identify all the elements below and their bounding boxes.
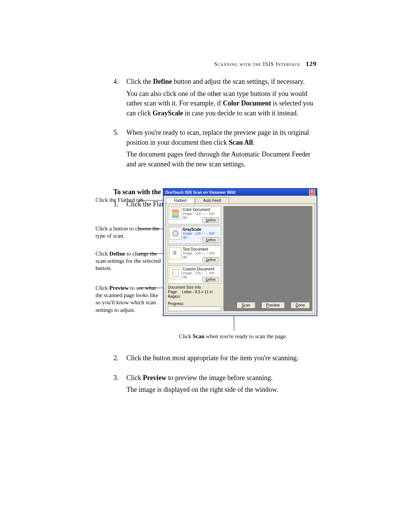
list-number: 5. bbox=[113, 128, 126, 147]
dsi-heading: Document Size Info bbox=[168, 285, 221, 289]
dialog-button-row: Scan Preview Done bbox=[237, 302, 310, 308]
progress-label: Progress: bbox=[168, 302, 221, 306]
callout-flatbed-tab: Click the Flatbed tab. bbox=[96, 197, 162, 204]
callout-preview: Click Preview to see what the scanned pa… bbox=[96, 284, 162, 314]
scan-option-title: Color Document bbox=[183, 208, 218, 212]
scan-option-text[interactable]: Text DocumentImage : 128 / ---, 300 dpiD… bbox=[168, 246, 221, 264]
color-icon bbox=[169, 208, 182, 220]
gray-icon bbox=[169, 227, 182, 240]
dsi-region-label: Region: bbox=[168, 294, 181, 299]
text-icon bbox=[169, 247, 182, 259]
define-button[interactable]: Define bbox=[202, 237, 219, 243]
list-item: 5.When you're ready to scan, replace the… bbox=[113, 128, 317, 147]
document-size-info: Document Size Info Page: Letter - 8.5 x … bbox=[168, 285, 221, 299]
tab-autofeed[interactable]: Auto Feed bbox=[195, 197, 229, 203]
scan-options-column: Color DocumentImage : 128 / ---, 300 dpi… bbox=[168, 206, 221, 311]
callout-define: Click Define to change the scan settings… bbox=[96, 250, 162, 272]
scan-option-gray[interactable]: GrayScaleImage : 128 / ---, 300 dpiDefin… bbox=[168, 226, 221, 244]
steps-bottom-container: 2.Click the button most appropriate for … bbox=[113, 353, 317, 405]
tab-panel: Color DocumentImage : 128 / ---, 300 dpi… bbox=[165, 203, 315, 314]
list-item: 3.Click Preview to preview the image bef… bbox=[113, 373, 317, 383]
list-number: 4. bbox=[113, 77, 126, 87]
list-paragraph: The document pages feed through the Auto… bbox=[126, 150, 317, 169]
close-icon[interactable]: × bbox=[309, 189, 315, 195]
section-title: Scanning with the ISIS Interface bbox=[214, 61, 300, 67]
define-button[interactable]: Define bbox=[202, 257, 219, 262]
list-paragraph: The image is displayed on the right side… bbox=[126, 385, 317, 395]
scan-option-custom[interactable]: Custom DocumentImage : 128 / ---, 300 dp… bbox=[168, 265, 221, 284]
progress-bar bbox=[168, 307, 221, 311]
document-page: { "header": {"section": "Scanning with t… bbox=[0, 0, 411, 532]
figure-scan-dialog: Click the Flatbed tab. Click a button to… bbox=[96, 188, 317, 344]
list-text: Click the Define button and adjust the s… bbox=[126, 77, 317, 87]
custom-icon bbox=[169, 267, 182, 279]
dsi-page-value: Letter - 8.5 x 11 in bbox=[182, 290, 213, 294]
tab-flatbed[interactable]: Flatbed bbox=[166, 197, 194, 203]
list-item: 4.Click the Define button and adjust the… bbox=[113, 77, 317, 87]
done-button[interactable]: Done bbox=[291, 302, 310, 308]
dialog-titlebar[interactable]: OneTouch ISIS Scan on Visioneer 9650 × bbox=[164, 189, 317, 196]
callout-choose-button: Click a button to choose the type of sca… bbox=[96, 225, 162, 240]
list-paragraph: You can also click one of the other scan… bbox=[126, 89, 317, 118]
preview-button[interactable]: Preview bbox=[261, 302, 285, 308]
list-number: 3. bbox=[113, 373, 126, 383]
scan-option-title: Text Document bbox=[183, 247, 218, 251]
progress-section: Progress: bbox=[168, 302, 221, 311]
done-button-rest: one bbox=[298, 303, 305, 307]
caption-click-scan: Click Scan when you're ready to scan the… bbox=[179, 333, 287, 340]
dsi-page-label: Page: bbox=[168, 290, 178, 294]
list-number: 2. bbox=[113, 353, 126, 363]
page-header: Scanning with the ISIS Interface 129 bbox=[214, 60, 317, 68]
preview-area: Scan Preview Done bbox=[223, 206, 312, 311]
scan-button[interactable]: Scan bbox=[237, 302, 255, 308]
page-number: 129 bbox=[306, 60, 317, 67]
list-text: Click the button most appropriate for th… bbox=[126, 353, 317, 363]
scan-dialog: OneTouch ISIS Scan on Visioneer 9650 × F… bbox=[163, 188, 317, 316]
define-button[interactable]: Define bbox=[202, 217, 219, 223]
scan-option-title: Custom Document bbox=[183, 267, 218, 271]
list-item: 2.Click the button most appropriate for … bbox=[113, 353, 317, 363]
scan-option-color[interactable]: Color DocumentImage : 128 / ---, 300 dpi… bbox=[168, 206, 221, 224]
scan-button-rest: can bbox=[244, 303, 250, 307]
dialog-title: OneTouch ISIS Scan on Visioneer 9650 bbox=[165, 190, 236, 195]
tab-row: Flatbed Auto Feed bbox=[166, 197, 317, 203]
list-text: When you're ready to scan, replace the p… bbox=[126, 128, 317, 147]
preview-button-rest: review bbox=[269, 303, 280, 307]
list-text: Click Preview to preview the image befor… bbox=[126, 373, 317, 383]
define-button[interactable]: Define bbox=[202, 277, 219, 282]
scan-option-title: GrayScale bbox=[183, 227, 218, 232]
